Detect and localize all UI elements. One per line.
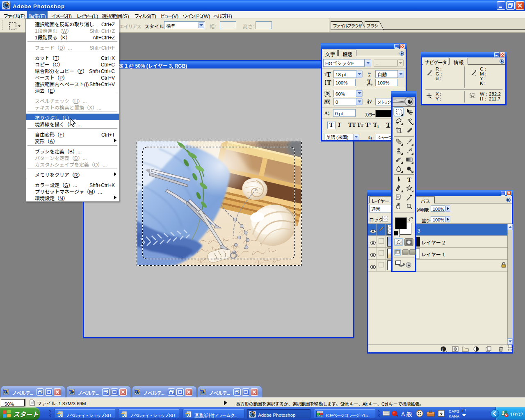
svg-text:V: V [327,99,331,103]
svg-text:V: V [369,100,372,104]
svg-text:あ: あ [326,90,330,96]
svg-text:A: A [324,111,328,115]
svg-text:T: T [327,79,331,86]
svg-text:A: A [368,74,370,78]
svg-text:T: T [326,71,331,78]
svg-text:ブラシ: ブラシ [366,22,379,29]
svg-text:T: T [407,176,411,183]
svg-text:ファイルブラウザ: ファイルブラウザ [333,22,363,29]
svg-text:a: a [328,110,329,114]
svg-text:T: T [367,79,371,85]
